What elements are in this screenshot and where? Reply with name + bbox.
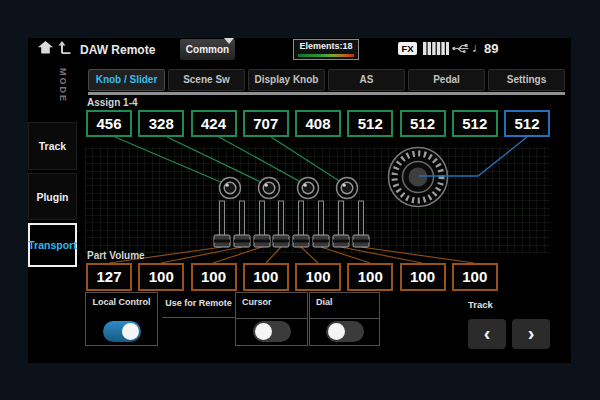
common-selector-label: Common [186,44,229,55]
cursor-divider [236,318,307,319]
tab-knob-slider[interactable]: Knob / Slider [88,69,165,91]
chevron-right-icon: › [528,322,535,344]
part-volume-value-2[interactable]: 100 [138,263,184,291]
cursor-group: Cursor [235,292,308,346]
local-control-label: Local Control [86,297,157,307]
mode-label: MODE [58,68,68,103]
assign-value-6[interactable]: 512 [347,110,393,137]
toggle-knob [328,323,345,340]
device-frame: DAW Remote Common Elements:18 FX ♩ [0,0,600,400]
elements-label: Elements:18 [294,41,358,51]
tab-display-knob[interactable]: Display Knob [248,69,325,91]
keyboard-icon [423,42,449,55]
caret-down-icon [224,38,234,44]
dial-toggle[interactable] [326,321,364,342]
track-prev-button[interactable]: ‹ [468,319,506,349]
assign-value-3[interactable]: 424 [191,110,237,137]
assign-value-4[interactable]: 707 [243,110,289,137]
dial-divider [310,318,379,319]
tab-scene-sw[interactable]: Scene Sw [168,69,245,91]
tempo-value[interactable]: 89 [484,41,498,56]
cursor-label: Cursor [242,297,307,307]
sidebar-item-track[interactable]: Track [28,122,77,170]
use-for-remote-divider [162,317,235,318]
dial-label: Dial [316,297,379,307]
home-icon[interactable] [38,41,53,54]
usb-icon [452,43,470,54]
part-volume-value-3[interactable]: 100 [191,263,237,291]
part-volume-value-8[interactable]: 100 [452,263,498,291]
elements-badge[interactable]: Elements:18 [293,39,359,60]
toggle-knob [255,323,272,340]
part-volume-value-4[interactable]: 100 [243,263,289,291]
local-control-toggle[interactable] [103,321,141,342]
chevron-left-icon: ‹ [484,322,491,344]
fx-indicator: FX [398,42,417,55]
elements-level-meter [298,54,354,57]
up-arrow-icon[interactable] [58,41,72,54]
assign-value-2[interactable]: 328 [138,110,184,137]
part-volume-value-6[interactable]: 100 [347,263,393,291]
tab-underline [88,92,565,95]
assign-value-8[interactable]: 512 [452,110,498,137]
tab-settings[interactable]: Settings [488,69,565,91]
page-title: DAW Remote [80,43,155,57]
part-volume-section-label: Part Volume [87,250,145,261]
track-next-button[interactable]: › [512,319,550,349]
part-volume-value-7[interactable]: 100 [400,263,446,291]
assign-section-label: Assign 1-4 [87,97,138,108]
sidebar-item-plugin[interactable]: Plugin [28,173,77,220]
control-grid-background [85,147,550,253]
track-nav-label: Track [468,299,493,310]
dial-group: Dial [309,292,380,346]
part-volume-value-1[interactable]: 127 [86,263,132,291]
tab-as[interactable]: AS [328,69,405,91]
assign-value-9[interactable]: 512 [504,110,550,137]
use-for-remote-group: Use for Remote [162,298,235,308]
synth-touchscreen: DAW Remote Common Elements:18 FX ♩ [28,38,571,363]
part-volume-value-5[interactable]: 100 [295,263,341,291]
tab-pedal[interactable]: Pedal [408,69,485,91]
sidebar-item-transport[interactable]: Transport [28,223,77,267]
cursor-toggle[interactable] [253,321,291,342]
common-selector-button[interactable]: Common [180,39,235,60]
local-control-group: Local Control [85,292,158,346]
assign-value-5[interactable]: 408 [295,110,341,137]
use-for-remote-label: Use for Remote [162,298,235,308]
assign-value-1[interactable]: 456 [86,110,132,137]
assign-value-7[interactable]: 512 [400,110,446,137]
toggle-knob [122,323,139,340]
